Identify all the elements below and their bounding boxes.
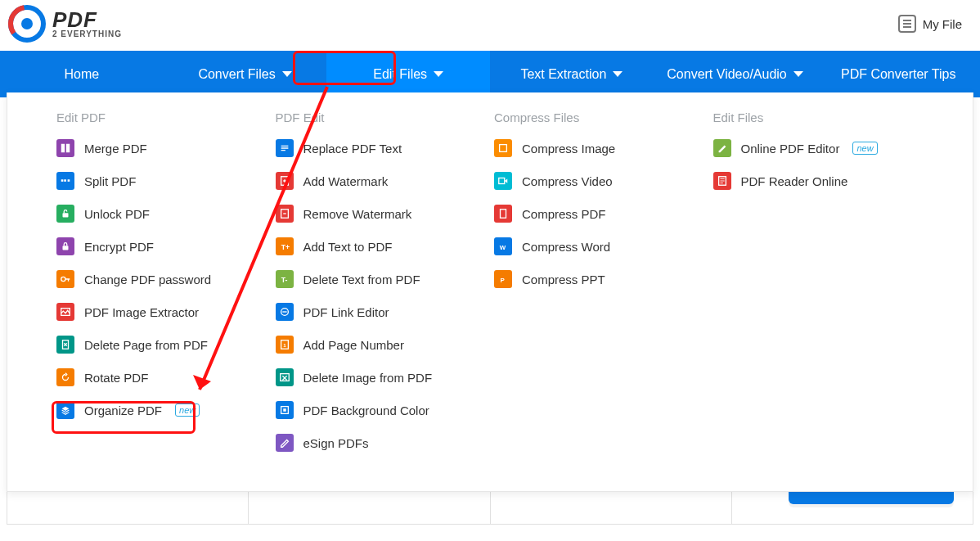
svg-rect-6 bbox=[64, 179, 66, 182]
svg-rect-24 bbox=[499, 178, 505, 184]
replace-text-icon bbox=[276, 139, 294, 157]
menu-item-online-editor[interactable]: Online PDF Editornew bbox=[713, 139, 924, 157]
topbar: PDF 2 EVERYTHING My File bbox=[0, 0, 980, 51]
item-label: Delete Text from PDF bbox=[303, 273, 420, 286]
svg-rect-7 bbox=[68, 179, 70, 182]
svg-rect-5 bbox=[61, 179, 64, 182]
logo-text: PDF 2 EVERYTHING bbox=[52, 9, 122, 38]
menu-item-encrypt-pdf[interactable]: Encrypt PDF bbox=[56, 237, 267, 255]
new-badge: new bbox=[852, 142, 877, 155]
nav-label: Convert Video/Audio bbox=[667, 67, 786, 82]
menu-item-compress-video[interactable]: Compress Video bbox=[494, 172, 705, 190]
menu-item-page-number[interactable]: 1Add Page Number bbox=[276, 336, 487, 354]
svg-rect-9 bbox=[63, 246, 69, 250]
item-label: Compress Word bbox=[522, 240, 610, 254]
my-file-icon bbox=[898, 15, 916, 33]
menu-item-compress-image[interactable]: Compress Image bbox=[494, 139, 705, 157]
text-add-icon: T+ bbox=[276, 237, 294, 255]
menu-item-unlock-pdf[interactable]: Unlock PDF bbox=[56, 205, 267, 223]
svg-rect-22 bbox=[283, 408, 286, 412]
svg-point-10 bbox=[61, 277, 65, 281]
menu-item-delete-page[interactable]: Delete Page from PDF bbox=[56, 336, 267, 354]
col-title: Compress Files bbox=[494, 110, 705, 124]
menu-item-compress-ppt[interactable]: PCompress PPT bbox=[494, 270, 705, 288]
menu-item-add-watermark[interactable]: Add Watermark bbox=[276, 172, 487, 190]
item-label: PDF Reader Online bbox=[741, 174, 848, 188]
menu-item-rotate-pdf[interactable]: Rotate PDF bbox=[56, 368, 267, 386]
logo[interactable]: PDF 2 EVERYTHING bbox=[8, 5, 122, 43]
menu-item-delete-text[interactable]: T-Delete Text from PDF bbox=[276, 270, 487, 288]
menu-item-background-color[interactable]: PDF Background Color bbox=[276, 401, 487, 419]
svg-text:1: 1 bbox=[283, 342, 286, 348]
dropdown-col-compress: Compress Files Compress Image Compress V… bbox=[494, 110, 705, 467]
menu-item-link-editor[interactable]: PDF Link Editor bbox=[276, 303, 487, 321]
unlock-icon bbox=[56, 205, 74, 223]
delete-page-icon bbox=[56, 336, 74, 354]
item-label: Organize PDF bbox=[84, 403, 162, 417]
dropdown-col-edit-pdf: Edit PDF Merge PDF Split PDF Unlock PDF … bbox=[56, 110, 267, 467]
item-label: PDF Background Color bbox=[303, 403, 429, 417]
svg-text:T-: T- bbox=[281, 276, 287, 284]
chevron-down-icon bbox=[282, 71, 292, 77]
my-file-button[interactable]: My File bbox=[898, 15, 962, 33]
nav-text-extraction[interactable]: Text Extraction bbox=[490, 51, 654, 97]
nav-home[interactable]: Home bbox=[0, 51, 164, 97]
dropdown-col-edit-files: Edit Files Online PDF Editornew PDF Read… bbox=[713, 110, 924, 467]
lock-icon bbox=[56, 237, 74, 255]
item-label: Delete Image from PDF bbox=[303, 371, 433, 385]
chevron-down-icon bbox=[613, 71, 623, 77]
item-label: PDF Link Editor bbox=[303, 305, 389, 319]
item-label: Replace PDF Text bbox=[303, 142, 402, 156]
svg-rect-23 bbox=[500, 145, 507, 152]
menu-item-split-pdf[interactable]: Split PDF bbox=[56, 172, 267, 190]
item-label: Compress PDF bbox=[522, 207, 606, 221]
svg-text:W: W bbox=[500, 244, 506, 251]
item-label: PDF Image Extractor bbox=[84, 305, 199, 319]
menu-item-replace-text[interactable]: Replace PDF Text bbox=[276, 139, 487, 157]
watermark-remove-icon bbox=[276, 205, 294, 223]
item-label: Add Page Number bbox=[303, 338, 404, 352]
merge-icon bbox=[56, 139, 74, 157]
my-file-label: My File bbox=[923, 17, 962, 31]
menu-item-organize-pdf[interactable]: Organize PDFnew bbox=[56, 401, 267, 419]
menu-item-remove-watermark[interactable]: Remove Watermark bbox=[276, 205, 487, 223]
image-delete-icon bbox=[276, 368, 294, 386]
image-extract-icon bbox=[56, 303, 74, 321]
menu-item-image-extractor[interactable]: PDF Image Extractor bbox=[56, 303, 267, 321]
nav-convert-files[interactable]: Convert Files bbox=[164, 51, 327, 97]
new-badge: new bbox=[175, 403, 200, 417]
nav-edit-files[interactable]: Edit Files bbox=[326, 51, 490, 97]
organize-icon bbox=[56, 401, 74, 419]
svg-rect-4 bbox=[66, 144, 70, 153]
menu-item-compress-word[interactable]: WCompress Word bbox=[494, 237, 705, 255]
chevron-down-icon bbox=[793, 71, 803, 77]
svg-text:T+: T+ bbox=[281, 243, 289, 251]
dropdown-col-pdf-edit: PDF Edit Replace PDF Text Add Watermark … bbox=[276, 110, 487, 467]
menu-item-merge-pdf[interactable]: Merge PDF bbox=[56, 139, 267, 157]
background-icon bbox=[276, 401, 294, 419]
logo-mark-icon bbox=[8, 5, 46, 43]
col-title: Edit PDF bbox=[56, 110, 267, 124]
item-label: Merge PDF bbox=[84, 142, 147, 156]
menu-item-esign[interactable]: eSign PDFs bbox=[276, 434, 487, 452]
navbar: Home Convert Files Edit Files Text Extra… bbox=[0, 51, 980, 97]
watermark-add-icon bbox=[276, 172, 294, 190]
nav-convert-video-audio[interactable]: Convert Video/Audio bbox=[654, 51, 817, 97]
compress-image-icon bbox=[494, 139, 512, 157]
compress-video-icon bbox=[494, 172, 512, 190]
split-icon bbox=[56, 172, 74, 190]
nav-label: Convert Files bbox=[198, 67, 275, 82]
menu-item-compress-pdf[interactable]: Compress PDF bbox=[494, 205, 705, 223]
menu-item-delete-image[interactable]: Delete Image from PDF bbox=[276, 368, 487, 386]
chevron-down-icon bbox=[434, 71, 443, 77]
item-label: Split PDF bbox=[84, 174, 136, 188]
item-label: Delete Page from PDF bbox=[84, 338, 208, 352]
col-title: Edit Files bbox=[713, 110, 924, 124]
item-label: Compress Image bbox=[522, 142, 615, 156]
nav-pdf-converter-tips[interactable]: PDF Converter Tips bbox=[816, 51, 980, 97]
compress-pdf-icon bbox=[494, 205, 512, 223]
menu-item-change-password[interactable]: Change PDF password bbox=[56, 270, 267, 288]
menu-item-add-text[interactable]: T+Add Text to PDF bbox=[276, 237, 487, 255]
svg-text:P: P bbox=[501, 277, 505, 284]
menu-item-pdf-reader[interactable]: PDF Reader Online bbox=[713, 172, 924, 190]
